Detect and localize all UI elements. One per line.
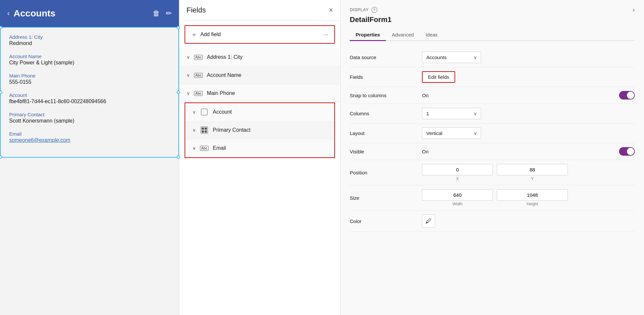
chevron-icon: ∨ [192, 127, 196, 133]
chevron-icon: ∨ [192, 109, 196, 115]
prop-value-color: 🖊 [422, 214, 635, 228]
prop-row-layout: Layout Vertical ∨ [350, 124, 635, 143]
prop-row-size: Size Width Height [350, 185, 635, 211]
chevron-icon: ∨ [192, 146, 196, 151]
layout-dropdown[interactable]: Vertical ∨ [422, 127, 481, 139]
prop-value-datasource: Accounts ∨ [422, 52, 635, 63]
field-item-name: Account Name [207, 72, 241, 78]
field-item-name: Email [213, 145, 226, 151]
chevron-down-icon: ∨ [474, 131, 477, 136]
color-pen-icon: 🖊 [426, 218, 432, 225]
field-value-primary-contact: Scott Konersmann (sample) [9, 118, 170, 124]
prop-label-position: Position [350, 170, 422, 175]
field-label-email: Email [9, 131, 170, 137]
field-item-primary-contact[interactable]: ∨ Primary Contact [185, 121, 334, 139]
field-item-account-name[interactable]: ∨ Abc Account Name [179, 66, 340, 84]
field-item-account[interactable]: ∨ Account [185, 103, 334, 121]
prop-row-datasource: Data source Accounts ∨ [350, 48, 635, 67]
field-address-city: Address 1: City Redmond [9, 34, 170, 46]
toggle-knob [627, 92, 634, 99]
field-account-name: Account Name City Power & Light (sample) [9, 54, 170, 66]
field-value-account: fbe4bf81-7d44-ec11-8c60-002248094566 [9, 99, 170, 104]
field-item-address-city[interactable]: ∨ Abc Address 1: City [179, 48, 340, 66]
edit-icon[interactable]: ✏ [166, 9, 172, 18]
middle-panel: Fields × ＋ Add field ··· ∨ Abc Address 1… [179, 0, 341, 315]
field-item-email[interactable]: ∨ Abc Email [185, 139, 334, 157]
datasource-dropdown[interactable]: Accounts ∨ [422, 52, 481, 63]
prop-row-color: Color 🖊 [350, 211, 635, 232]
expand-icon[interactable]: › [633, 6, 635, 13]
info-icon[interactable]: ? [371, 7, 377, 13]
size-width-cell: Width [422, 189, 493, 206]
field-item-name: Account [213, 109, 232, 115]
more-options-icon[interactable]: ··· [323, 31, 328, 38]
accounts-title: Accounts [13, 8, 153, 19]
tab-properties[interactable]: Properties [350, 29, 386, 41]
field-primary-contact: Primary Contact Scott Konersmann (sample… [9, 112, 170, 124]
display-label: DISPLAY [350, 7, 369, 12]
tab-advanced[interactable]: Advanced [386, 29, 420, 41]
field-item-name: Address 1: City [207, 54, 242, 60]
form-name: DetailForm1 [350, 15, 635, 24]
layout-value: Vertical [426, 130, 442, 136]
field-item-main-phone[interactable]: ∨ Abc Main Phone [179, 84, 340, 102]
field-label-address-city: Address 1: City [9, 34, 170, 40]
edit-fields-button[interactable]: Edit fields [422, 71, 455, 83]
properties-tabs: Properties Advanced Ideas [350, 29, 635, 41]
field-main-phone: Main Phone 555-0155 [9, 73, 170, 85]
visible-toggle-label: On [422, 149, 429, 154]
field-label-main-phone: Main Phone [9, 73, 170, 79]
columns-value: 1 [426, 111, 429, 116]
prop-value-snap: On [422, 91, 635, 100]
position-y-label: Y [531, 176, 534, 181]
prop-label-visible: Visible [350, 149, 422, 154]
right-panel: DISPLAY ? › DetailForm1 Properties Advan… [341, 0, 644, 315]
color-picker-button[interactable]: 🖊 [422, 214, 435, 228]
display-header: DISPLAY ? › [350, 6, 635, 13]
highlighted-fields-group: ∨ Account ∨ Primary Contact [185, 102, 335, 158]
position-x-input[interactable] [422, 164, 493, 175]
field-value-email[interactable]: someone6@example.com [9, 137, 170, 143]
field-item-name: Main Phone [207, 90, 235, 96]
position-y-input[interactable] [497, 164, 568, 175]
snap-toggle[interactable] [619, 91, 635, 100]
prop-label-color: Color [350, 218, 422, 224]
prop-value-fields: Edit fields [422, 71, 635, 83]
field-type-abc-icon: Abc [194, 90, 203, 97]
field-type-grid-icon [200, 126, 209, 134]
fields-header: Fields × [179, 0, 340, 21]
handle-ml[interactable] [0, 91, 2, 94]
field-account: Account fbe4bf81-7d44-ec11-8c60-00224809… [9, 92, 170, 104]
prop-row-fields: Fields Edit fields [350, 67, 635, 87]
size-inputs: Width Height [422, 189, 568, 206]
size-width-label: Width [453, 202, 463, 206]
prop-row-columns: Columns 1 ∨ [350, 104, 635, 124]
add-field-label: Add field [200, 32, 221, 37]
columns-dropdown[interactable]: 1 ∨ [422, 108, 481, 119]
fields-list: ∨ Abc Address 1: City ∨ Abc Account Name… [179, 48, 340, 315]
position-inputs: X Y [422, 164, 568, 181]
prop-label-layout: Layout [350, 130, 422, 136]
chevron-icon: ∨ [187, 73, 190, 78]
visible-toggle[interactable] [619, 147, 635, 156]
toggle-knob [627, 148, 634, 155]
datasource-value: Accounts [426, 55, 447, 60]
field-type-square-icon [200, 108, 209, 116]
handle-bl[interactable] [0, 155, 2, 159]
close-fields-button[interactable]: × [329, 7, 333, 14]
size-height-input[interactable] [497, 189, 568, 201]
snap-toggle-label: On [422, 93, 429, 98]
trash-icon[interactable]: 🗑 [153, 9, 160, 18]
field-item-name: Primary Contact [213, 127, 251, 133]
field-label-account-name: Account Name [9, 54, 170, 59]
prop-row-snap: Snap to columns On [350, 87, 635, 104]
field-label-account: Account [9, 92, 170, 98]
chevron-down-icon: ∨ [474, 55, 477, 60]
add-field-button[interactable]: ＋ Add field ··· [185, 25, 335, 44]
back-icon[interactable]: ‹ [7, 9, 10, 18]
size-width-input[interactable] [422, 189, 493, 201]
position-x-label: X [456, 176, 459, 181]
prop-value-columns: 1 ∨ [422, 108, 635, 119]
chevron-icon: ∨ [187, 55, 190, 60]
tab-ideas[interactable]: Ideas [420, 29, 444, 41]
